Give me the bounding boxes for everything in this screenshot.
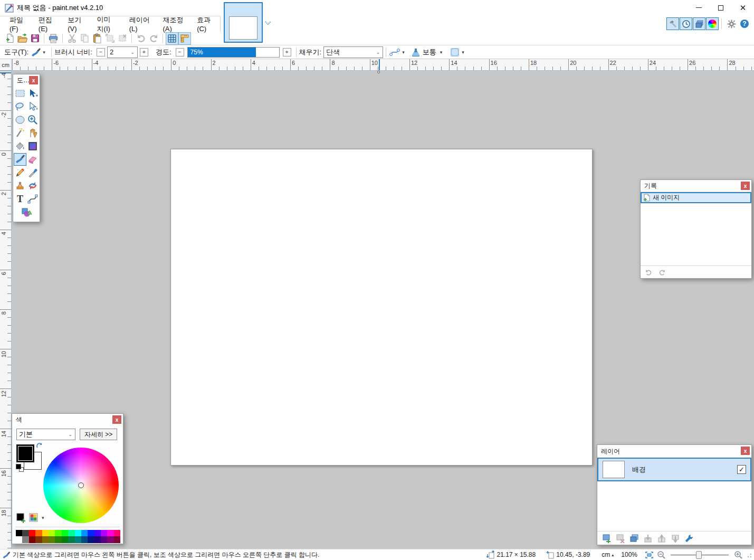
redo-button[interactable] bbox=[147, 32, 160, 45]
palette-swatch[interactable] bbox=[101, 530, 107, 536]
tools-window-toggle[interactable] bbox=[666, 17, 679, 30]
palette-swatch[interactable] bbox=[75, 530, 81, 536]
more-colors-button[interactable]: 자세히 >> bbox=[80, 429, 117, 440]
hardness-decrease-button[interactable]: − bbox=[176, 48, 184, 56]
zoom-slider[interactable] bbox=[671, 554, 729, 556]
help-button[interactable]: ? bbox=[738, 17, 751, 30]
history-undo-icon[interactable] bbox=[644, 268, 653, 277]
layers-panel-titlebar[interactable]: 레이어 x bbox=[597, 445, 751, 458]
tools-panel-close-button[interactable]: x bbox=[29, 76, 38, 84]
close-button[interactable]: ✕ bbox=[732, 0, 754, 15]
print-button[interactable] bbox=[47, 32, 60, 45]
tool-magic-wand[interactable] bbox=[14, 127, 26, 139]
fill-style-combo[interactable]: 단색⌄ bbox=[323, 46, 383, 58]
antialias-dropdown-caret[interactable]: ▾ bbox=[402, 50, 405, 55]
ruler-toggle-button[interactable] bbox=[178, 32, 191, 45]
palette-swatch[interactable] bbox=[35, 530, 42, 536]
copy-button[interactable] bbox=[78, 32, 91, 45]
paste-button[interactable] bbox=[91, 32, 103, 45]
palette-swatch[interactable] bbox=[22, 530, 28, 536]
blend-mode-value[interactable]: 보통 bbox=[423, 48, 436, 57]
tool-paintbrush[interactable] bbox=[14, 153, 26, 166]
move-layer-down-button[interactable] bbox=[670, 533, 681, 544]
tool-clone-stamp[interactable] bbox=[14, 179, 26, 192]
tool-eraser[interactable] bbox=[26, 153, 39, 166]
tool-shapes[interactable] bbox=[20, 206, 33, 219]
add-color-to-palette-button[interactable] bbox=[16, 513, 26, 523]
undo-button[interactable] bbox=[135, 32, 147, 45]
palette-swatch[interactable] bbox=[107, 536, 113, 543]
tool-gradient[interactable] bbox=[26, 140, 39, 153]
palette-swatch[interactable] bbox=[68, 536, 74, 543]
palette-swatch[interactable] bbox=[88, 536, 94, 543]
tool-line-curve[interactable] bbox=[26, 193, 39, 205]
brush-width-increase-button[interactable]: + bbox=[140, 48, 148, 56]
new-file-button[interactable] bbox=[3, 32, 16, 45]
default-colors-icon[interactable] bbox=[16, 464, 24, 472]
color-wheel-marker[interactable] bbox=[78, 482, 84, 488]
palette-swatch[interactable] bbox=[42, 536, 49, 543]
grid-toggle-button[interactable] bbox=[166, 32, 178, 45]
palette-swatch[interactable] bbox=[68, 530, 74, 536]
layers-panel-close-button[interactable]: x bbox=[741, 447, 750, 455]
palette-swatch[interactable] bbox=[62, 530, 68, 536]
swap-colors-icon[interactable] bbox=[36, 442, 43, 450]
tool-dropdown-caret[interactable]: ▾ bbox=[43, 50, 45, 55]
palette-swatch[interactable] bbox=[101, 536, 107, 543]
palette-swatch[interactable] bbox=[55, 536, 61, 543]
tool-rectangle-select[interactable] bbox=[14, 87, 26, 100]
resize-grip-icon[interactable] bbox=[746, 552, 752, 558]
zoom-out-icon[interactable] bbox=[657, 550, 665, 559]
canvas[interactable] bbox=[170, 149, 593, 466]
blend-mode-flask-icon[interactable] bbox=[411, 48, 421, 57]
tool-color-picker[interactable] bbox=[26, 166, 39, 179]
colors-panel-close-button[interactable]: x bbox=[112, 415, 121, 424]
palette-swatch[interactable] bbox=[114, 530, 120, 536]
selection-quality-dropdown-caret[interactable]: ▾ bbox=[462, 50, 464, 55]
palette-swatch[interactable] bbox=[81, 536, 88, 543]
palette-swatch[interactable] bbox=[94, 530, 101, 536]
merge-layer-down-button[interactable] bbox=[643, 533, 653, 544]
tool-pan[interactable] bbox=[26, 127, 39, 139]
tool-text[interactable]: T bbox=[14, 193, 26, 205]
zoom-in-icon[interactable] bbox=[734, 550, 742, 559]
history-panel-titlebar[interactable]: 기록 x bbox=[641, 180, 751, 192]
palette-swatch[interactable] bbox=[49, 536, 55, 543]
palette-swatch[interactable] bbox=[81, 530, 88, 536]
cut-button[interactable] bbox=[65, 32, 78, 45]
history-panel-close-button[interactable]: x bbox=[741, 182, 750, 190]
open-file-button[interactable] bbox=[16, 32, 28, 45]
brush-width-combo[interactable]: 2⌄ bbox=[107, 46, 138, 58]
delete-layer-button[interactable] bbox=[615, 533, 626, 544]
tool-pencil[interactable] bbox=[14, 166, 26, 179]
tool-move-selected-pixels[interactable] bbox=[26, 87, 39, 100]
palette-swatch[interactable] bbox=[22, 536, 28, 543]
antialias-curve-icon[interactable] bbox=[389, 48, 400, 56]
palette-swatch[interactable] bbox=[16, 530, 22, 536]
minimize-button[interactable] bbox=[688, 0, 710, 15]
palette-swatch[interactable] bbox=[35, 536, 42, 543]
crop-to-selection-button[interactable] bbox=[103, 32, 116, 45]
add-layer-button[interactable] bbox=[602, 533, 612, 544]
brush-width-decrease-button[interactable]: − bbox=[97, 48, 105, 56]
duplicate-layer-button[interactable] bbox=[629, 533, 640, 544]
tool-move-selection[interactable] bbox=[26, 100, 39, 113]
tool-zoom-tool[interactable] bbox=[26, 113, 39, 126]
palette-swatch[interactable] bbox=[107, 530, 113, 536]
tool-ellipse-select[interactable] bbox=[14, 113, 26, 126]
unit-selector[interactable]: cm ▴ bbox=[602, 551, 614, 558]
palette-menu-button[interactable]: ▾ bbox=[29, 513, 47, 522]
image-list-chevron-icon[interactable] bbox=[264, 20, 272, 26]
palette-swatch[interactable] bbox=[16, 536, 22, 543]
history-item-selected[interactable]: 새 이미지 bbox=[641, 192, 751, 203]
palette-swatch[interactable] bbox=[29, 536, 35, 543]
zoom-slider-thumb[interactable] bbox=[696, 551, 702, 559]
tool-recolor[interactable] bbox=[26, 179, 39, 192]
save-button[interactable] bbox=[28, 32, 41, 45]
deselect-button[interactable] bbox=[116, 32, 129, 45]
move-layer-up-button[interactable] bbox=[656, 533, 667, 544]
palette-swatch[interactable] bbox=[29, 530, 35, 536]
palette-swatch[interactable] bbox=[49, 530, 55, 536]
primary-color-swatch[interactable] bbox=[16, 444, 34, 462]
layer-row-selected[interactable]: 배경 ✓ bbox=[597, 458, 751, 481]
